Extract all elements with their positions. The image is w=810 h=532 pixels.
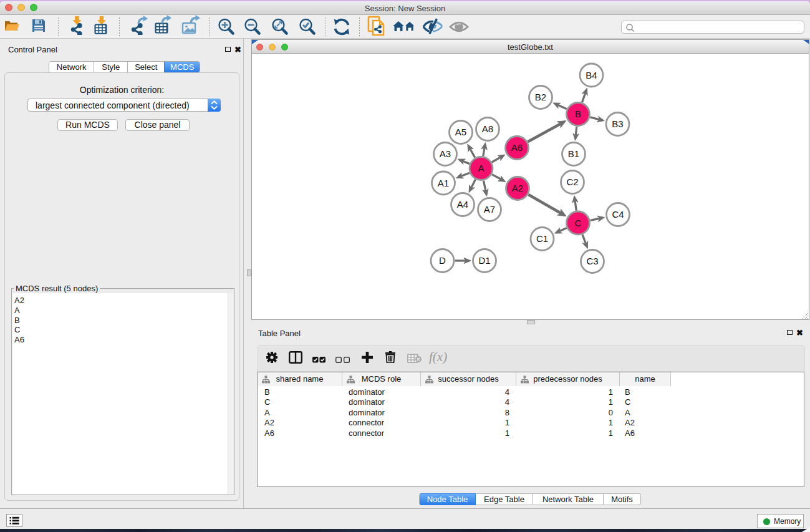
svg-text:D1: D1 [478, 255, 490, 266]
svg-text:A8: A8 [482, 123, 493, 134]
svg-text:B3: B3 [612, 118, 623, 129]
svg-text:C2: C2 [566, 177, 578, 187]
svg-text:C: C [575, 218, 582, 228]
svg-text:A: A [478, 163, 484, 173]
svg-text:C4: C4 [612, 209, 624, 220]
svg-text:B1: B1 [568, 148, 579, 159]
svg-text:C3: C3 [586, 256, 598, 266]
svg-text:B4: B4 [586, 70, 597, 80]
svg-text:B2: B2 [535, 92, 546, 102]
svg-text:A7: A7 [484, 204, 495, 215]
svg-text:B: B [575, 109, 581, 119]
svg-text:A3: A3 [440, 148, 451, 159]
svg-text:A5: A5 [455, 127, 466, 137]
svg-text:D: D [439, 255, 446, 266]
svg-text:A4: A4 [457, 199, 468, 210]
svg-text:A6: A6 [511, 142, 523, 153]
svg-text:C1: C1 [536, 233, 548, 244]
svg-text:A1: A1 [438, 178, 449, 188]
svg-text:A2: A2 [512, 183, 523, 193]
